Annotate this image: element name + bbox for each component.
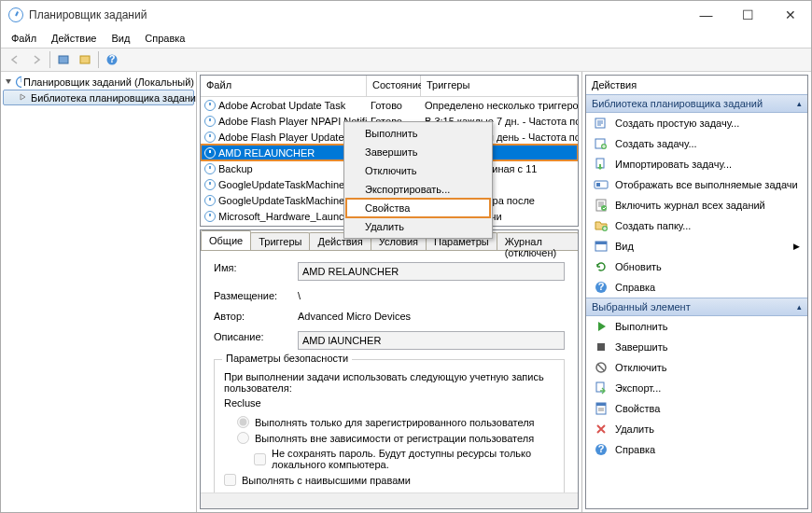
action-refresh[interactable]: Обновить bbox=[586, 256, 807, 277]
center-pane: Файл Состояние Триггеры Adobe Acrobat Up… bbox=[197, 72, 582, 512]
svg-text:?: ? bbox=[598, 281, 605, 292]
forward-button[interactable] bbox=[26, 50, 47, 69]
task-row[interactable]: Adobe Acrobat Update TaskГотовоОпределен… bbox=[201, 97, 578, 113]
toolbar-btn-1[interactable] bbox=[53, 50, 74, 69]
actions-section-library[interactable]: Библиотека планировщика заданий▴ bbox=[586, 94, 807, 113]
import-icon bbox=[594, 157, 609, 172]
tree-root[interactable]: Планировщик заданий (Локальный) bbox=[3, 74, 194, 90]
tree-root-label: Планировщик заданий (Локальный) bbox=[23, 76, 194, 88]
col-triggers[interactable]: Триггеры bbox=[421, 76, 578, 96]
check-highest-priv[interactable]: Выполнять с наивысшими правами bbox=[224, 474, 554, 486]
task-icon bbox=[204, 147, 216, 159]
actions-title: Действия bbox=[586, 76, 807, 94]
action-task-basic[interactable]: Создать простую задачу... bbox=[586, 113, 807, 133]
disable-icon bbox=[594, 360, 609, 375]
action-run[interactable]: Выполнить bbox=[586, 316, 807, 337]
check-no-password[interactable]: Не сохранять пароль. Будут доступны ресу… bbox=[254, 448, 554, 470]
refresh-icon bbox=[594, 259, 609, 274]
svg-point-4 bbox=[17, 76, 21, 87]
svg-rect-1 bbox=[80, 56, 90, 63]
delete-icon bbox=[594, 422, 609, 437]
action-label: Создать простую задачу... bbox=[615, 118, 739, 129]
task-icon bbox=[204, 100, 216, 111]
task-basic-icon bbox=[594, 116, 609, 131]
context-menu-item[interactable]: Свойства bbox=[346, 199, 490, 217]
context-menu-item[interactable]: Отключить bbox=[346, 161, 490, 180]
name-label: Имя: bbox=[214, 262, 298, 281]
action-import[interactable]: Импортировать задачу... bbox=[586, 154, 807, 174]
col-file[interactable]: Файл bbox=[201, 76, 367, 96]
tab-general-content: Имя: Размещение: \ Автор: Advanced Micro… bbox=[201, 251, 578, 492]
task-name: GoogleUpdateTaskMachineUA bbox=[218, 195, 358, 206]
svg-line-22 bbox=[597, 364, 605, 371]
action-disable[interactable]: Отключить bbox=[586, 357, 807, 378]
details-tab[interactable]: Общие bbox=[201, 230, 251, 250]
name-input[interactable] bbox=[298, 262, 565, 281]
svg-rect-20 bbox=[597, 343, 605, 351]
task-name: AMD RELAUNCHER bbox=[218, 147, 315, 159]
svg-text:?: ? bbox=[109, 53, 116, 64]
menu-help[interactable]: Справка bbox=[138, 31, 191, 46]
tree-library[interactable]: Библиотека планировщика заданий bbox=[3, 90, 194, 105]
actions-section1-items: Создать простую задачу...Создать задачу.… bbox=[586, 113, 807, 298]
toolbar-separator bbox=[98, 51, 99, 68]
help-button[interactable]: ? bbox=[102, 50, 122, 69]
actions-section2-items: ВыполнитьЗавершитьОтключитьЭкспорт...Сво… bbox=[586, 316, 807, 460]
task-state: Готово bbox=[367, 100, 421, 111]
action-task-new[interactable]: Создать задачу... bbox=[586, 133, 807, 154]
description-input[interactable] bbox=[298, 331, 565, 350]
horizontal-scrollbar[interactable] bbox=[201, 492, 578, 508]
task-icon bbox=[204, 132, 216, 143]
task-icon bbox=[204, 179, 216, 190]
context-menu-item[interactable]: Экспортировать... bbox=[346, 180, 490, 199]
radio-logged-on[interactable]: Выполнять только для зарегистрированного… bbox=[237, 416, 554, 428]
action-export[interactable]: Экспорт... bbox=[586, 378, 807, 398]
collapse-icon[interactable] bbox=[5, 77, 13, 86]
action-show-running[interactable]: Отображать все выполняемые задачи bbox=[586, 174, 807, 195]
back-button[interactable] bbox=[5, 50, 25, 69]
action-log[interactable]: Включить журнал всех заданий bbox=[586, 195, 807, 215]
svg-text:?: ? bbox=[598, 443, 605, 454]
action-label: Завершить bbox=[615, 341, 667, 353]
details-tab[interactable]: Триггеры bbox=[250, 232, 310, 250]
view-icon bbox=[594, 239, 609, 254]
action-delete[interactable]: Удалить bbox=[586, 419, 807, 439]
action-label: Выполнить bbox=[615, 321, 667, 332]
menu-view[interactable]: Вид bbox=[105, 31, 136, 46]
minimize-button[interactable]: — bbox=[685, 1, 727, 29]
radio-any-user[interactable]: Выполнять вне зависимости от регистрации… bbox=[237, 432, 554, 444]
titlebar: Планировщик заданий — ☐ ✕ bbox=[1, 1, 811, 29]
details-tab[interactable]: Журнал (отключен) bbox=[497, 232, 579, 250]
action-help[interactable]: ?Справка bbox=[586, 439, 807, 460]
action-folder-new[interactable]: Создать папку... bbox=[586, 215, 807, 236]
col-state[interactable]: Состояние bbox=[367, 76, 421, 96]
collapse-arrow-icon: ▴ bbox=[797, 302, 802, 312]
svg-rect-0 bbox=[59, 56, 68, 63]
action-properties[interactable]: Свойства bbox=[586, 398, 807, 419]
menu-action[interactable]: Действие bbox=[45, 31, 103, 46]
author-label: Автор: bbox=[214, 311, 298, 322]
expand-icon[interactable] bbox=[19, 93, 27, 102]
run-icon bbox=[594, 319, 609, 334]
task-trigger: Определено несколько триггеров bbox=[421, 100, 578, 111]
action-end[interactable]: Завершить bbox=[586, 337, 807, 357]
toolbar-btn-2[interactable] bbox=[75, 50, 95, 69]
task-icon bbox=[204, 195, 216, 206]
actions-section-selected[interactable]: Выбранный элемент▴ bbox=[586, 298, 807, 316]
action-label: Свойства bbox=[615, 403, 660, 414]
context-menu-item[interactable]: Выполнить bbox=[346, 124, 490, 143]
context-menu-item[interactable]: Завершить bbox=[346, 143, 490, 161]
close-button[interactable]: ✕ bbox=[769, 1, 811, 29]
action-help[interactable]: ?Справка bbox=[586, 277, 807, 298]
context-menu-item[interactable]: Удалить bbox=[346, 217, 490, 236]
maximize-button[interactable]: ☐ bbox=[727, 1, 769, 29]
tree-pane: Планировщик заданий (Локальный) Библиоте… bbox=[1, 72, 197, 512]
scheduler-icon bbox=[15, 76, 21, 89]
action-view[interactable]: Вид▶ bbox=[586, 236, 807, 256]
action-label: Отключить bbox=[615, 362, 667, 373]
help-icon: ? bbox=[594, 442, 609, 457]
task-icon bbox=[204, 163, 216, 174]
action-label: Импортировать задачу... bbox=[615, 159, 732, 170]
task-icon bbox=[204, 116, 216, 127]
menu-file[interactable]: Файл bbox=[5, 31, 43, 46]
